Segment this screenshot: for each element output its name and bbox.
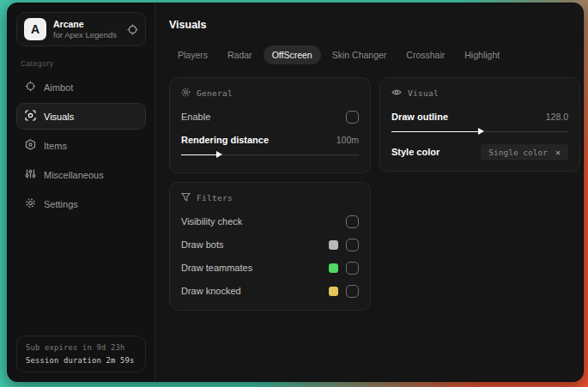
sidebar-item-label: Aimbot — [44, 82, 73, 93]
draw-outline-value: 128.0 — [546, 112, 568, 122]
visual-panel-header: Visual — [391, 88, 568, 99]
sidebar-item-miscellaneous[interactable]: Miscellaneous — [16, 161, 146, 188]
tab-players[interactable]: Players — [169, 45, 216, 64]
sun-icon — [181, 88, 191, 99]
sidebar-item-aimbot[interactable]: Aimbot — [16, 74, 146, 100]
draw-teammates-checkbox[interactable] — [346, 262, 359, 275]
tab-bar: Players Radar OffScreen Skin Changer Cro… — [169, 45, 580, 64]
draw-knocked-row: Draw knocked — [181, 282, 359, 299]
funnel-icon — [181, 192, 191, 203]
draw-outline-row: Draw outline 128.0 — [391, 108, 568, 125]
brand-card: A Arcane for Apex Legends — [16, 12, 146, 46]
visibility-check-checkbox[interactable] — [346, 215, 359, 228]
eye-icon — [391, 88, 402, 99]
draw-teammates-label: Draw teammates — [181, 263, 252, 273]
subscription-info: Sub expires in 9d 23h Session duration 2… — [16, 336, 146, 372]
draw-knocked-label: Draw knocked — [181, 286, 241, 296]
style-color-select[interactable]: Single color ✕ — [481, 144, 568, 160]
general-panel-title: General — [197, 88, 233, 98]
draw-bots-checkbox[interactable] — [346, 239, 359, 251]
clear-icon[interactable]: ✕ — [555, 148, 561, 157]
panel-grid: General Enable Rendering distance 100m — [169, 77, 580, 311]
sub-expiry-text: Sub expires in 9d 23h — [26, 343, 136, 352]
category-label: Category — [21, 59, 142, 68]
sliders-icon — [25, 168, 36, 181]
draw-outline-slider[interactable] — [391, 127, 568, 136]
draw-teammates-row: Draw teammates — [181, 259, 359, 276]
draw-bots-row: Draw bots — [181, 236, 359, 253]
rendering-distance-value: 100m — [336, 135, 359, 145]
visibility-check-row: Visibility check — [181, 213, 359, 230]
sidebar: A Arcane for Apex Legends Category — [8, 3, 155, 381]
slider-thumb[interactable] — [216, 151, 222, 158]
sidebar-item-items[interactable]: Items — [16, 132, 146, 159]
sidebar-item-visuals[interactable]: Visuals — [16, 103, 146, 130]
rendering-distance-label: Rendering distance — [181, 135, 269, 145]
right-column: Visual Draw outline 128.0 Style color — [379, 77, 580, 172]
left-column: General Enable Rendering distance 100m — [169, 77, 371, 311]
main-content: Visuals Players Radar OffScreen Skin Cha… — [155, 3, 584, 381]
crosshair-icon — [25, 81, 36, 94]
filters-panel-title: Filters — [197, 193, 233, 203]
enable-checkbox[interactable] — [346, 111, 359, 124]
slider-fill — [391, 131, 480, 133]
app-title: Arcane — [53, 19, 117, 29]
enable-row: Enable — [181, 108, 359, 125]
draw-knocked-color-swatch[interactable] — [329, 287, 338, 296]
cube-icon — [25, 139, 36, 152]
app-window: A Arcane for Apex Legends Category — [7, 3, 584, 382]
target-icon[interactable] — [127, 24, 138, 35]
rendering-distance-row: Rendering distance 100m — [181, 131, 359, 148]
tab-radar[interactable]: Radar — [219, 45, 261, 64]
scan-icon — [25, 110, 36, 123]
general-panel-header: General — [181, 88, 359, 99]
draw-bots-label: Draw bots — [181, 239, 224, 250]
app-logo: A — [24, 18, 46, 40]
sidebar-item-settings[interactable]: Settings — [16, 190, 146, 217]
draw-teammates-color-swatch[interactable] — [329, 263, 338, 273]
tab-skin-changer[interactable]: Skin Changer — [324, 45, 396, 64]
visual-panel: Visual Draw outline 128.0 Style color — [379, 77, 580, 172]
tab-offscreen[interactable]: OffScreen — [264, 45, 321, 64]
filters-panel: Filters Visibility check Draw bots — [169, 182, 371, 311]
rendering-distance-slider[interactable] — [181, 150, 359, 159]
sidebar-item-label: Visuals — [44, 112, 74, 122]
session-duration-text: Session duration 2m 59s — [26, 356, 136, 365]
enable-label: Enable — [181, 112, 210, 122]
sidebar-item-label: Items — [44, 141, 67, 151]
style-color-label: Style color — [391, 147, 439, 157]
visual-panel-title: Visual — [408, 88, 439, 98]
style-color-value: Single color — [488, 148, 548, 157]
filters-panel-header: Filters — [181, 192, 359, 203]
sidebar-item-label: Settings — [44, 199, 78, 209]
slider-fill — [181, 154, 218, 156]
general-panel: General Enable Rendering distance 100m — [169, 77, 371, 173]
tab-crosshair[interactable]: Crosshair — [397, 45, 453, 64]
gear-icon — [25, 197, 36, 210]
page-title: Visuals — [169, 19, 580, 31]
app-subtitle: for Apex Legends — [53, 30, 117, 39]
sidebar-item-label: Miscellaneous — [44, 170, 104, 180]
style-color-row: Style color Single color ✕ — [391, 143, 568, 160]
draw-outline-label: Draw outline — [391, 112, 448, 122]
tab-highlight[interactable]: Highlight — [456, 45, 508, 64]
brand-text: Arcane for Apex Legends — [53, 19, 117, 39]
slider-thumb[interactable] — [478, 128, 484, 135]
visibility-check-label: Visibility check — [181, 216, 242, 227]
draw-knocked-checkbox[interactable] — [346, 285, 359, 298]
draw-bots-color-swatch[interactable] — [329, 240, 338, 250]
